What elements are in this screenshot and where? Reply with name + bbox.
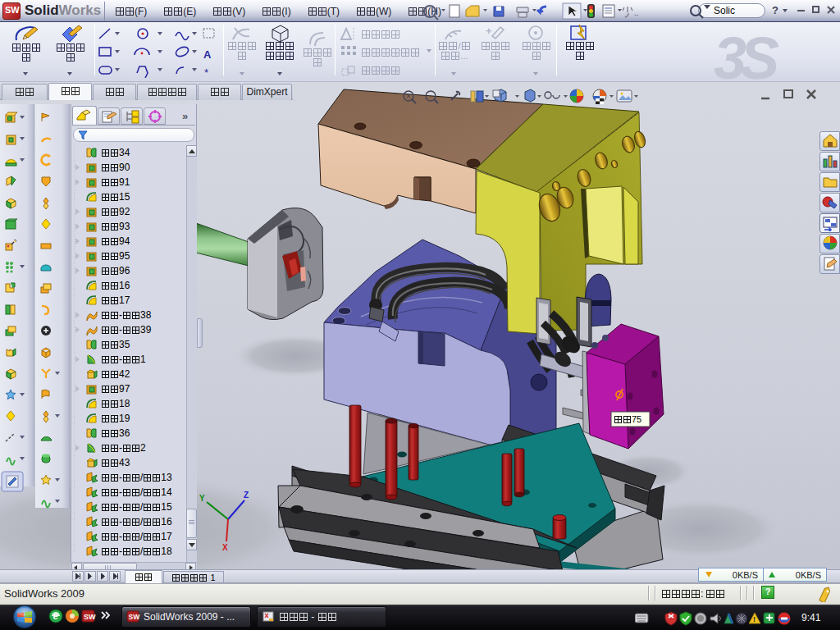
svg-text:*: * (204, 66, 208, 78)
svg-text:Y: Y (199, 494, 205, 503)
svg-text:SW: SW (129, 613, 141, 621)
svg-text:..: .. (634, 8, 639, 17)
svg-text:Z: Z (244, 491, 249, 500)
svg-text:A: A (203, 48, 212, 61)
svg-text:X: X (222, 543, 228, 552)
svg-text:+: + (486, 25, 492, 37)
svg-text:!: ! (753, 615, 756, 623)
svg-text:e: e (53, 611, 58, 621)
svg-text:SW: SW (84, 613, 96, 621)
